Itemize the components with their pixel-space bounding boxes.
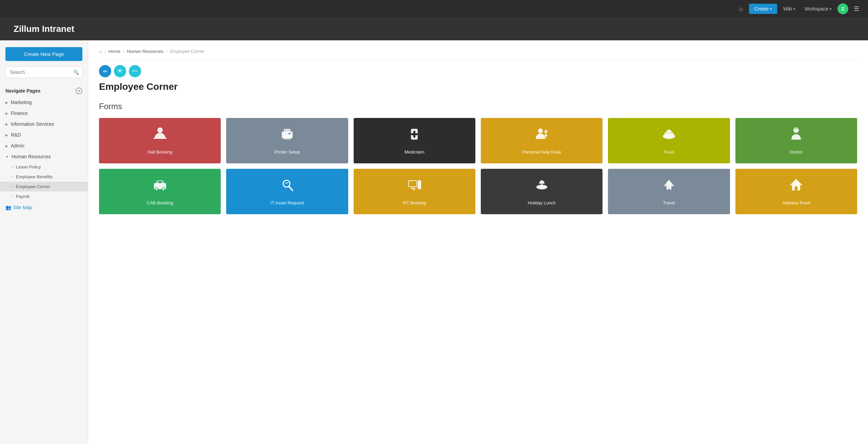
- svg-point-9: [544, 130, 548, 133]
- form-card-printer-setup[interactable]: Printer Setup: [226, 118, 348, 163]
- add-nav-icon[interactable]: +: [76, 87, 82, 94]
- arrow-icon: ▶: [5, 122, 8, 126]
- form-card-cab-booking[interactable]: CAB Booking: [99, 169, 221, 214]
- svg-rect-32: [795, 186, 797, 190]
- svg-marker-31: [664, 180, 674, 190]
- sidebar-subitem-employee-benefits[interactable]: • Employee Benefits: [0, 172, 88, 182]
- bullet-icon: •: [12, 175, 13, 178]
- food-label: Food: [664, 149, 674, 155]
- printer-setup-icon: [279, 126, 295, 145]
- svg-rect-7: [411, 133, 418, 135]
- sidebar-item-marketing[interactable]: ▶ Marketing: [0, 97, 88, 108]
- sidebar-item-label: Admin: [11, 143, 24, 148]
- form-card-food[interactable]: Food: [608, 118, 730, 163]
- form-card-personal-help-desk[interactable]: Personal Help Desk: [481, 118, 603, 163]
- main-layout: Create New Page 🔍 Navigate Pages + ▶ Mar…: [0, 40, 868, 444]
- svg-point-8: [538, 128, 543, 133]
- nav-section-header: Navigate Pages +: [0, 85, 88, 97]
- svg-point-10: [545, 136, 547, 138]
- workspace-caret: ▾: [830, 7, 831, 11]
- wiki-nav[interactable]: Wiki ▾: [780, 4, 798, 14]
- sidebar: Create New Page 🔍 Navigate Pages + ▶ Mar…: [0, 40, 88, 444]
- sidebar-create-button[interactable]: Create New Page: [5, 47, 82, 61]
- svg-rect-2: [284, 129, 291, 132]
- svg-rect-26: [418, 180, 421, 189]
- wiki-label: Wiki: [783, 6, 792, 12]
- breadcrumb-current: Employee Corner: [170, 49, 204, 54]
- sitemap-link[interactable]: 👥 Site Map: [0, 201, 88, 214]
- workspace-nav[interactable]: Workspace ▾: [801, 4, 835, 14]
- edit-button[interactable]: ✏: [99, 65, 111, 77]
- sidebar-subitem-label: Leave Policy: [16, 164, 41, 169]
- holiday-lunch-icon: [534, 177, 550, 196]
- svg-rect-25: [409, 181, 416, 186]
- address-proof-label: Address Proof: [782, 200, 810, 206]
- form-card-pc-booking[interactable]: PC Booking: [354, 169, 475, 214]
- svg-point-18: [156, 188, 158, 190]
- form-card-mediclaim[interactable]: Mediclaim: [354, 118, 475, 163]
- sidebar-subitem-payroll[interactable]: • Payroll: [0, 191, 88, 201]
- it-asset-request-label: IT Asset Request: [271, 200, 304, 206]
- arrow-icon: ▶: [5, 101, 8, 104]
- sidebar-item-human-resources[interactable]: ▼ Human Resources: [0, 151, 88, 162]
- sidebar-item-label: R&D: [11, 132, 21, 138]
- hamburger-menu[interactable]: ☰: [851, 3, 862, 15]
- sidebar-subitem-leave-policy[interactable]: • Leave Policy: [0, 162, 88, 172]
- create-button[interactable]: Create ▾: [749, 4, 777, 14]
- bullet-icon: •: [12, 195, 13, 198]
- travel-label: Travel: [663, 200, 675, 206]
- svg-rect-28: [413, 189, 415, 190]
- mediclaim-icon: [406, 126, 422, 145]
- sidebar-item-rd[interactable]: ▶ R&D: [0, 129, 88, 140]
- cab-booking-label: CAB Booking: [147, 200, 173, 206]
- svg-line-23: [289, 186, 293, 190]
- sidebar-subitem-employee-corner[interactable]: • Employee Corner: [0, 182, 88, 191]
- sitemap-label: Site Map: [13, 205, 32, 210]
- sidebar-subitem-label: Payroll: [16, 194, 29, 199]
- breadcrumb-home[interactable]: Home: [108, 49, 120, 54]
- search-container: 🔍: [5, 66, 82, 78]
- cab-booking-icon: [152, 177, 168, 196]
- breadcrumb-home-icon: ⌂: [99, 48, 102, 54]
- form-card-travel[interactable]: Travel: [608, 169, 730, 214]
- doctor-icon: [788, 126, 804, 145]
- form-card-holiday-lunch[interactable]: Holiday Lunch: [481, 169, 603, 214]
- search-icon: 🔍: [73, 69, 79, 75]
- svg-point-0: [157, 127, 163, 133]
- arrow-icon: ▶: [5, 112, 8, 115]
- sidebar-item-information-services[interactable]: ▶ Information Services: [0, 119, 88, 129]
- create-label: Create: [754, 6, 769, 12]
- form-card-hall-booking[interactable]: Hall Booking: [99, 118, 221, 163]
- form-card-doctor[interactable]: Doctor: [735, 118, 857, 163]
- arrow-down-icon: ▼: [5, 155, 9, 159]
- more-button[interactable]: •••: [129, 65, 141, 77]
- bullet-icon: •: [12, 165, 13, 168]
- mediclaim-label: Mediclaim: [405, 149, 425, 155]
- wiki-caret: ▾: [793, 7, 795, 11]
- search-input[interactable]: [5, 66, 82, 78]
- breadcrumb-hr[interactable]: Human Resources: [127, 49, 163, 54]
- sidebar-item-admin[interactable]: ▶ Admin: [0, 140, 88, 151]
- personal-help-desk-icon: [534, 126, 550, 145]
- forms-grid: Hall Booking Printer Setup: [99, 118, 857, 214]
- svg-point-15: [795, 128, 797, 129]
- travel-icon: [661, 177, 677, 196]
- sidebar-subitem-label: Employee Benefits: [16, 174, 53, 179]
- svg-rect-30: [541, 184, 542, 187]
- form-card-address-proof[interactable]: Address Proof: [735, 169, 857, 214]
- sidebar-item-finance[interactable]: ▶ Finance: [0, 108, 88, 119]
- nav-section-label: Navigate Pages: [5, 88, 41, 94]
- form-card-it-asset-request[interactable]: IT Asset Request: [226, 169, 348, 214]
- doctor-label: Doctor: [790, 149, 803, 155]
- user-avatar[interactable]: Z: [837, 3, 848, 14]
- sidebar-item-label: Information Services: [11, 121, 54, 127]
- home-button[interactable]: ⌂: [736, 3, 746, 15]
- hall-booking-icon: [152, 126, 168, 145]
- breadcrumb-sep: /: [123, 49, 124, 54]
- top-nav: ⌂ Create ▾ Wiki ▾ Workspace ▾ Z ☰: [0, 0, 868, 18]
- bullet-icon: •: [12, 185, 13, 188]
- forms-section-title: Forms: [99, 102, 857, 111]
- address-proof-icon: [788, 177, 804, 196]
- view-button[interactable]: 👁: [114, 65, 126, 77]
- pc-booking-label: PC Booking: [403, 200, 426, 206]
